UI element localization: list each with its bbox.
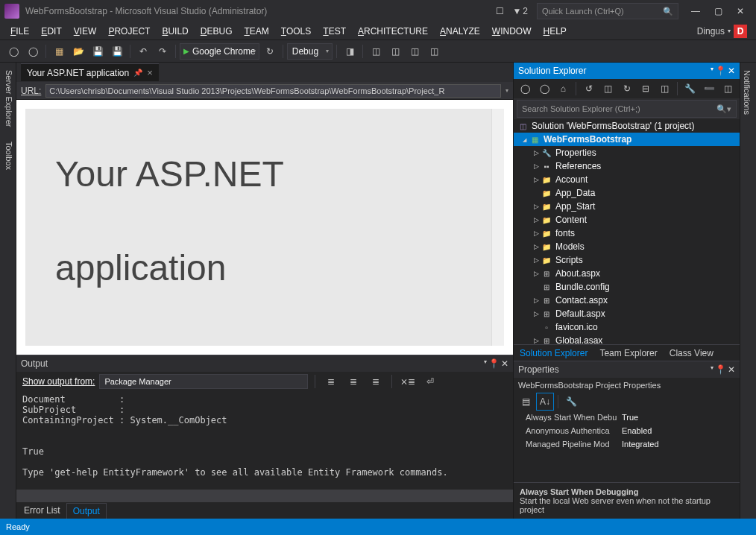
output-pin-icon[interactable]: 📍: [488, 358, 500, 369]
expand-icon[interactable]: [532, 162, 541, 170]
output-clear-button[interactable]: ⨯≣: [399, 373, 417, 390]
config-dropdown[interactable]: Debug: [287, 43, 333, 60]
props-dropdown-icon[interactable]: ▾: [711, 364, 714, 375]
output-scrollbar[interactable]: [16, 490, 513, 502]
expand-icon[interactable]: [532, 229, 541, 237]
output-tool-2[interactable]: ≣: [344, 373, 362, 390]
expand-icon[interactable]: [532, 243, 541, 250]
tree-item[interactable]: ▫favicon.ico: [514, 320, 740, 334]
toolbar-icon-1[interactable]: ◨: [341, 42, 359, 60]
url-input[interactable]: C:\Users\chrisb\Documents\Visual Studio …: [45, 84, 501, 98]
menu-edit[interactable]: EDIT: [35, 24, 67, 39]
menu-analyze[interactable]: ANALYZE: [434, 24, 486, 39]
save-button[interactable]: 💾: [89, 42, 107, 60]
se-tab-class[interactable]: Class View: [664, 346, 719, 361]
expand-icon[interactable]: [532, 297, 541, 304]
expand-icon[interactable]: [532, 256, 541, 264]
start-debug-button[interactable]: ▶ Google Chrome: [180, 43, 259, 60]
refresh-button[interactable]: ↻: [261, 42, 279, 60]
se-close-icon[interactable]: ✕: [728, 66, 735, 76]
menu-file[interactable]: FILE: [4, 24, 35, 39]
tree-item[interactable]: ⊞Bundle.config: [514, 280, 740, 294]
menu-test[interactable]: TEST: [317, 24, 352, 39]
se-tool-2[interactable]: ◫: [656, 80, 673, 98]
minimize-button[interactable]: —: [684, 1, 707, 21]
toolbar-icon-3[interactable]: ◫: [386, 42, 404, 60]
property-row[interactable]: Anonymous Authentica Enabled: [514, 424, 740, 437]
redo-button[interactable]: ↷: [154, 42, 171, 60]
solution-tree[interactable]: ◫ Solution 'WebFormsBootstrap' (1 projec…: [514, 119, 740, 344]
menu-help[interactable]: HELP: [537, 24, 572, 39]
menu-project[interactable]: PROJECT: [102, 24, 156, 39]
solution-search-input[interactable]: Search Solution Explorer (Ctrl+;) 🔍▾: [517, 100, 737, 118]
props-pin-icon[interactable]: 📍: [715, 364, 726, 375]
properties-grid[interactable]: Always Start When Debu True Anonymous Au…: [514, 411, 740, 482]
tree-item[interactable]: 📁App_Data: [514, 186, 740, 200]
se-home-button[interactable]: ⌂: [555, 80, 572, 98]
tree-item[interactable]: 🔧Properties: [514, 146, 740, 159]
output-tool-1[interactable]: ≣: [322, 373, 340, 390]
se-refresh-button[interactable]: ↻: [618, 80, 635, 98]
se-showall-button[interactable]: ➖: [700, 80, 717, 98]
server-explorer-tab[interactable]: Server Explorer: [0, 63, 16, 134]
property-row[interactable]: Always Start When Debu True: [514, 411, 740, 424]
se-pin-icon[interactable]: 📍: [715, 66, 726, 76]
output-text[interactable]: Document : SubProject : ContainingProjec…: [16, 391, 513, 490]
expand-icon[interactable]: [532, 149, 541, 156]
menu-view[interactable]: VIEW: [68, 24, 103, 39]
toolbar-icon-4[interactable]: ◫: [406, 42, 423, 60]
se-back-button[interactable]: ◯: [517, 80, 534, 98]
document-tab[interactable]: Your ASP.NET application 📌 ×: [21, 63, 159, 81]
menu-window[interactable]: WINDOW: [486, 24, 538, 39]
menu-tools[interactable]: TOOLS: [275, 24, 317, 39]
tree-item[interactable]: ⊞Contact.aspx: [514, 294, 740, 307]
menu-architecture[interactable]: ARCHITECTURE: [352, 24, 434, 39]
expand-icon[interactable]: [532, 176, 541, 183]
toolbar-icon-2[interactable]: ◫: [367, 42, 385, 60]
expand-icon[interactable]: [520, 136, 529, 143]
undo-button[interactable]: ↶: [134, 42, 152, 60]
notification-flag[interactable]: ▼2: [509, 6, 531, 16]
tree-item[interactable]: 📁Models: [514, 240, 740, 253]
props-close-icon[interactable]: ✕: [728, 364, 735, 375]
se-fwd-button[interactable]: ◯: [535, 80, 552, 98]
se-dropdown-icon[interactable]: ▾: [711, 66, 714, 76]
toolbox-tab[interactable]: Toolbox: [0, 134, 16, 177]
se-sync-button[interactable]: ↺: [580, 80, 597, 98]
se-properties-button[interactable]: 🔧: [681, 80, 699, 98]
se-tab-team[interactable]: Team Explorer: [593, 346, 663, 361]
expand-icon[interactable]: [532, 337, 541, 344]
open-file-button[interactable]: 📂: [69, 42, 87, 60]
quick-launch-input[interactable]: Quick Launch (Ctrl+Q) 🔍: [537, 3, 678, 19]
expand-icon[interactable]: [532, 270, 541, 277]
browser-scrollbar[interactable]: [491, 109, 504, 346]
url-dropdown-icon[interactable]: ▾: [505, 87, 508, 94]
tree-item[interactable]: 📁App_Start: [514, 200, 740, 213]
user-menu[interactable]: Dingus▾ D: [693, 25, 752, 38]
tree-item[interactable]: ⊞Global.asax: [514, 334, 740, 344]
tree-item[interactable]: 📁fonts: [514, 227, 740, 240]
error-list-tab[interactable]: Error List: [18, 503, 66, 518]
project-node[interactable]: ▦ WebFormsBootstrap: [514, 133, 740, 146]
close-button[interactable]: ✕: [729, 1, 752, 21]
output-source-dropdown[interactable]: Package Manager: [99, 374, 308, 389]
nav-back-button[interactable]: ◯: [4, 42, 22, 60]
props-alpha-button[interactable]: A↓: [536, 393, 554, 411]
se-collapse-button[interactable]: ⊟: [637, 80, 654, 98]
maximize-button[interactable]: ▢: [707, 1, 729, 21]
solution-node[interactable]: ◫ Solution 'WebFormsBootstrap' (1 projec…: [514, 119, 740, 133]
output-dropdown-icon[interactable]: ▾: [484, 358, 487, 369]
nav-forward-button[interactable]: ◯: [24, 42, 42, 60]
output-tab[interactable]: Output: [66, 503, 107, 519]
output-close-icon[interactable]: ✕: [501, 358, 508, 369]
se-tool-3[interactable]: ◫: [719, 80, 737, 98]
expand-icon[interactable]: [532, 203, 541, 210]
tree-item[interactable]: ⊞Default.aspx: [514, 307, 740, 320]
feedback-icon[interactable]: ☐: [490, 1, 509, 21]
tree-item[interactable]: ▪▪References: [514, 159, 740, 173]
menu-team[interactable]: TEAM: [238, 24, 274, 39]
tree-item[interactable]: ⊞About.aspx: [514, 267, 740, 280]
toolbar-icon-5[interactable]: ◫: [425, 42, 443, 60]
props-categorized-button[interactable]: ▤: [517, 393, 535, 411]
output-wrap-button[interactable]: ⏎: [421, 373, 439, 390]
